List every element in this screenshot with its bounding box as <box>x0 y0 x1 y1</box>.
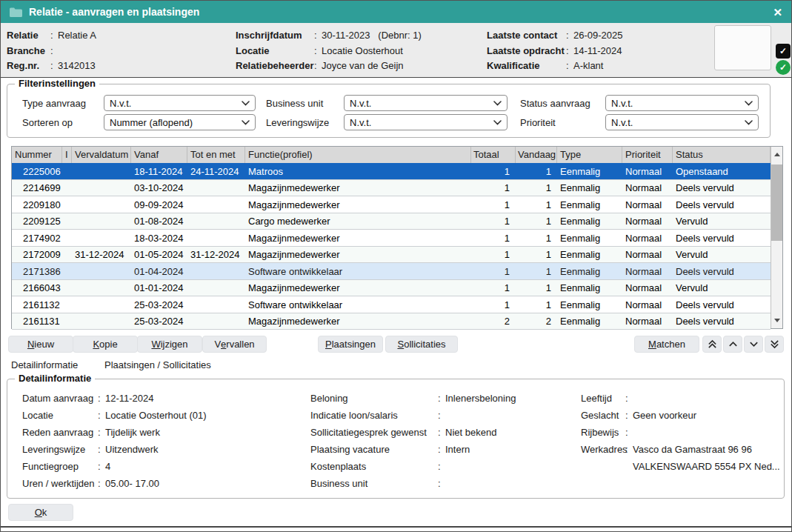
detail-column-2: Beloning:InlenersbeloningIndicatie loon/… <box>310 390 516 492</box>
field-row: Business unit: <box>310 475 516 492</box>
kopie-button[interactable]: Kopie <box>73 336 138 353</box>
move-top-button[interactable] <box>702 336 722 353</box>
table-cell: Deels vervuld <box>673 196 771 213</box>
table-column-header[interactable]: Nummer <box>12 147 62 163</box>
table-cell <box>187 213 245 230</box>
table-row[interactable]: 221469903-10-2024Magazijnmedewerker11Een… <box>12 180 771 197</box>
table-cell: Deels vervuld <box>673 296 771 313</box>
table-column-header[interactable]: I <box>62 147 72 163</box>
filter-dropdown[interactable]: N.v.t. <box>104 95 256 111</box>
field-label: Locatie <box>236 44 314 59</box>
table-column-header[interactable]: Functie(profiel) <box>245 147 471 163</box>
table-cell: Deels vervuld <box>673 313 771 330</box>
table-column-header[interactable]: Status <box>673 147 771 163</box>
filter-dropdown[interactable]: N.v.t. <box>605 114 759 130</box>
field-row: Functiegroep:4 <box>22 458 207 475</box>
table-cell: Magazijnmedewerker <box>245 247 471 263</box>
field-value-line: 14-11-2024 <box>573 44 622 59</box>
field-row: Reden aanvraag:Tijdelijk werk <box>22 424 207 441</box>
table-column-header[interactable]: Tot en met <box>187 147 245 163</box>
field-row: Kwalificatie:A-klant <box>487 59 623 74</box>
filter-dropdown[interactable]: Nummer (aflopend) <box>104 114 256 130</box>
table-row[interactable]: 220918009-09-2024Magazijnmedewerker11Een… <box>12 196 771 213</box>
nieuw-button[interactable]: Nieuw <box>8 336 73 353</box>
filter-dropdown[interactable]: N.v.t. <box>344 114 508 130</box>
checkbox-flag-icon[interactable]: ✓ <box>776 44 791 59</box>
close-icon[interactable]: ✕ <box>773 7 782 18</box>
table-column-header[interactable]: Prioriteit <box>622 147 673 163</box>
plaatsingen-button[interactable]: Plaatsingen <box>318 336 383 353</box>
ok-button[interactable]: Ok <box>8 504 73 521</box>
field-value-line: 12-11-2024 <box>105 390 154 407</box>
dropdown-value: N.v.t. <box>611 117 633 128</box>
table-cell: 01-08-2024 <box>131 213 187 230</box>
table-row[interactable]: 220912501-08-2024Cargo medewerker11Eenma… <box>12 213 771 230</box>
field-row: Laatste opdracht:14-11-2024 <box>487 44 623 59</box>
chevron-down-icon <box>745 101 753 106</box>
table-row[interactable]: 216113125-03-2024Magazijnmedewerker22Een… <box>12 313 771 330</box>
dropdown-value: N.v.t. <box>350 98 371 109</box>
table-cell: Eenmalig <box>557 213 622 230</box>
table-row[interactable]: 216113225-03-2024Software ontwikkelaar11… <box>12 296 771 313</box>
wijzigen-button[interactable]: Wijzigen <box>137 336 202 353</box>
table-cell: Eenmalig <box>557 313 622 330</box>
folder-icon <box>10 7 22 17</box>
table-column-header[interactable]: Totaal <box>471 147 516 163</box>
tab-detailinformatie[interactable]: Detailinformatie <box>11 359 78 370</box>
table-row[interactable]: 222500618-11-202424-11-2024Matroos11Eenm… <box>12 163 771 180</box>
scrollbar-thumb[interactable] <box>771 164 782 241</box>
table-cell: 1 <box>516 296 557 313</box>
table-cell: Eenmalig <box>557 196 622 213</box>
vertical-scrollbar[interactable] <box>771 147 782 328</box>
table-cell: Eenmalig <box>557 296 622 313</box>
chevron-up-icon <box>728 339 738 349</box>
label-post: opie <box>99 339 118 350</box>
table-cell: 1 <box>516 263 557 279</box>
table-cell: Eenmalig <box>557 280 622 296</box>
move-up-button[interactable] <box>723 336 742 353</box>
matchen-button[interactable]: Matchen <box>634 336 699 353</box>
table-column-header[interactable]: Vanaf <box>131 147 187 163</box>
scroll-up-button[interactable] <box>771 147 782 162</box>
vervallen-button[interactable]: Vervallen <box>202 336 267 353</box>
table-column-header[interactable]: Vandaag <box>516 147 557 163</box>
table-cell <box>62 313 72 330</box>
field-label: Reg.nr. <box>7 59 50 74</box>
triangle-down-icon <box>774 319 780 322</box>
field-label: Inschrijfdatum <box>236 28 314 44</box>
field-value: Locatie Oosterhout (01) <box>105 407 207 424</box>
label-accel: W <box>151 339 160 350</box>
tab-plaatsingen-sollicitaties[interactable]: Plaatsingen / Sollicitaties <box>104 359 211 370</box>
field-row: Locatie:Locatie Oosterhout <box>236 44 422 59</box>
field-colon: : <box>50 28 58 44</box>
sollicitaties-button[interactable]: Sollicitaties <box>385 336 458 353</box>
field-value-line: A-klant <box>573 59 603 74</box>
move-down-button[interactable] <box>744 336 763 353</box>
label-accel: S <box>397 339 404 350</box>
table-cell: 31-12-2024 <box>72 247 131 263</box>
table-cell: Deels vervuld <box>673 230 771 246</box>
table-row[interactable]: 217200931-12-202401-05-202431-12-2024Mag… <box>12 247 771 264</box>
table-row[interactable]: 217138601-04-2024Software ontwikkelaar11… <box>12 263 771 280</box>
field-value: 14-11-2024 <box>573 44 622 59</box>
field-colon: : <box>625 424 633 441</box>
filter-dropdown[interactable]: N.v.t. <box>344 95 508 111</box>
field-label: Relatiebeheerder <box>236 59 314 74</box>
titlebar: Relatie - aanvragen en plaatsingen ✕ <box>1 1 791 23</box>
table-column-header[interactable]: Vervaldatum <box>72 147 131 163</box>
table-row[interactable]: 216604301-01-2024Magazijnmedewerker11Een… <box>12 280 771 297</box>
field-colon: : <box>438 475 445 492</box>
scrollbar-track[interactable] <box>771 162 782 313</box>
table-column-header[interactable]: Type <box>557 147 622 163</box>
table-cell: 1 <box>516 230 557 246</box>
table-cell <box>62 196 72 213</box>
move-bottom-button[interactable] <box>765 336 784 353</box>
table-row[interactable]: 217490218-03-2024Magazijnmedewerker11Een… <box>12 230 771 247</box>
field-label: Business unit <box>310 475 438 492</box>
double-chevron-up-icon <box>708 339 717 349</box>
table-cell: 1 <box>516 180 557 196</box>
filter-dropdown[interactable]: N.v.t. <box>605 95 759 111</box>
table-cell: 2209125 <box>12 213 62 230</box>
field-row: Rijbewijs: <box>581 424 780 441</box>
scroll-down-button[interactable] <box>771 313 782 328</box>
